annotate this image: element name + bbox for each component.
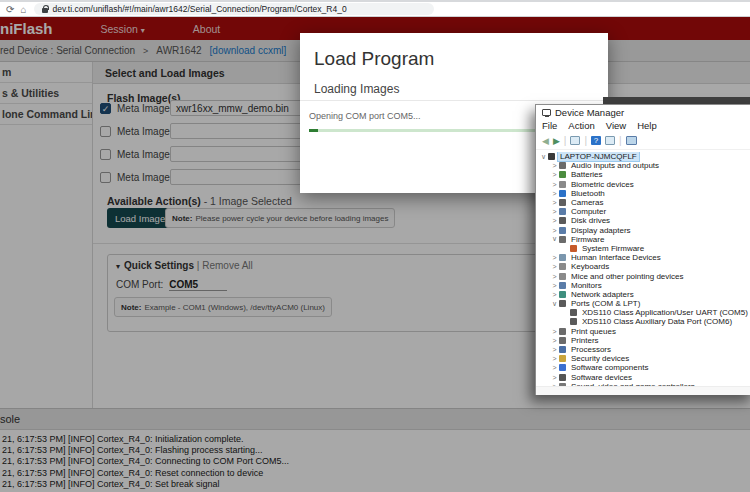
device-tree-item[interactable]: > Mice and other pointing devices bbox=[536, 271, 750, 280]
expander-icon[interactable]: > bbox=[550, 227, 559, 234]
device-tree: ∨ LAPTOP-NJMCQFLF > Audio inputs and out… bbox=[536, 152, 750, 386]
device-icon bbox=[559, 254, 566, 261]
device-tree-item[interactable]: XDS110 Class Auxiliary Data Port (COM6) bbox=[536, 317, 750, 326]
device-icon bbox=[559, 199, 566, 206]
forward-icon[interactable]: ▶ bbox=[553, 136, 560, 146]
device-tree-item[interactable]: > Keyboards bbox=[536, 262, 750, 271]
device-icon bbox=[559, 236, 566, 243]
menu-item[interactable]: Action bbox=[568, 120, 594, 131]
device-tree-item[interactable]: > Audio inputs and outputs bbox=[536, 161, 750, 170]
expander-icon[interactable]: ∨ bbox=[550, 300, 559, 308]
home-icon[interactable]: ⌂ bbox=[20, 4, 26, 15]
toolbar-separator: | bbox=[564, 135, 567, 146]
device-tree-item[interactable]: > Biometric devices bbox=[536, 180, 750, 189]
device-tree-item[interactable]: ∨ Ports (COM & LPT) bbox=[536, 299, 750, 308]
expander-icon[interactable]: > bbox=[550, 208, 559, 215]
expander-icon[interactable]: > bbox=[550, 171, 559, 178]
device-icon bbox=[559, 300, 566, 307]
help-icon[interactable]: ? bbox=[591, 136, 601, 145]
expander-icon[interactable]: > bbox=[550, 282, 559, 289]
device-icon bbox=[559, 263, 566, 270]
device-tree-item[interactable]: System Firmware bbox=[536, 244, 750, 253]
device-icon bbox=[559, 346, 566, 353]
device-icon bbox=[559, 291, 566, 298]
device-manager-window: Device Manager FileActionViewHelp ◀ ▶ | … bbox=[535, 104, 750, 395]
device-tree-item[interactable]: > Batteries bbox=[536, 170, 750, 179]
device-tree-item[interactable]: > Monitors bbox=[536, 281, 750, 290]
device-tree-item[interactable]: > Software devices bbox=[536, 373, 750, 382]
device-manager-titlebar[interactable]: Device Manager bbox=[536, 105, 750, 119]
expander-icon[interactable]: > bbox=[550, 273, 559, 280]
expander-icon[interactable]: > bbox=[550, 162, 559, 169]
device-icon bbox=[559, 162, 566, 169]
divider bbox=[300, 100, 608, 101]
device-tree-item[interactable]: > Display adapters bbox=[536, 226, 750, 235]
device-tree-item[interactable]: ∨ LAPTOP-NJMCQFLF bbox=[536, 152, 750, 161]
expander-icon[interactable]: > bbox=[550, 263, 559, 270]
device-icon bbox=[559, 374, 566, 381]
device-tree-item[interactable]: > Security devices bbox=[536, 354, 750, 363]
address-bar[interactable]: dev.ti.com/uniflash/#!/main/awr1642/Seri… bbox=[34, 3, 434, 15]
expander-icon[interactable]: > bbox=[550, 291, 559, 298]
device-tree-item[interactable]: > Cameras bbox=[536, 198, 750, 207]
expander-icon[interactable]: > bbox=[550, 355, 559, 362]
expander-icon[interactable]: > bbox=[550, 337, 559, 344]
expander-icon[interactable]: > bbox=[550, 254, 559, 261]
device-tree-item[interactable]: > Processors bbox=[536, 345, 750, 354]
device-tree-item[interactable]: ∨ Firmware bbox=[536, 235, 750, 244]
window-title: Device Manager bbox=[555, 107, 624, 118]
scan-hardware-icon[interactable] bbox=[626, 136, 637, 145]
device-icon bbox=[548, 153, 555, 160]
device-icon bbox=[559, 273, 566, 280]
menu-item[interactable]: File bbox=[542, 120, 557, 131]
device-manager-icon bbox=[542, 109, 551, 116]
device-tree-item[interactable]: > Software components bbox=[536, 363, 750, 372]
expander-icon[interactable]: ∨ bbox=[539, 153, 548, 161]
device-icon bbox=[570, 309, 577, 316]
device-icon bbox=[570, 245, 577, 252]
device-tree-item[interactable]: > Print queues bbox=[536, 327, 750, 336]
device-icon bbox=[559, 217, 566, 224]
progress-bar-fill bbox=[309, 129, 318, 132]
device-icon bbox=[559, 208, 566, 215]
menu-item[interactable]: View bbox=[606, 120, 626, 131]
expander-icon[interactable]: > bbox=[550, 328, 559, 335]
device-icon bbox=[559, 227, 566, 234]
device-tree-item[interactable]: > Network adapters bbox=[536, 290, 750, 299]
device-manager-toolbar: ◀ ▶ | | ? | bbox=[536, 132, 750, 150]
expander-icon[interactable]: > bbox=[550, 190, 559, 197]
expander-icon[interactable]: > bbox=[550, 181, 559, 188]
properties-icon[interactable] bbox=[605, 136, 615, 145]
device-icon bbox=[559, 364, 566, 371]
expander-icon[interactable]: > bbox=[550, 346, 559, 353]
device-tree-item[interactable]: > Bluetooth bbox=[536, 189, 750, 198]
dialog-title: Load Program bbox=[314, 48, 434, 70]
toolbar-separator: | bbox=[584, 135, 587, 146]
dialog-subtitle: Loading Images bbox=[314, 82, 399, 96]
expander-icon[interactable]: > bbox=[550, 217, 559, 224]
expander-icon[interactable]: > bbox=[550, 199, 559, 206]
device-tree-item[interactable]: > Computer bbox=[536, 207, 750, 216]
show-console-tree-icon[interactable] bbox=[570, 136, 580, 145]
expander-icon[interactable]: > bbox=[550, 374, 559, 381]
device-manager-menubar: FileActionViewHelp bbox=[536, 119, 750, 132]
menu-item[interactable]: Help bbox=[637, 120, 657, 131]
url-text[interactable]: dev.ti.com/uniflash/#!/main/awr1642/Seri… bbox=[52, 4, 346, 14]
device-tree-item[interactable]: > Printers bbox=[536, 336, 750, 345]
browser-toolbar: ⟳ ⌂ dev.ti.com/uniflash/#!/main/awr1642/… bbox=[0, 0, 750, 17]
device-tree-item[interactable]: > Disk drives bbox=[536, 216, 750, 225]
progress-status-text: Opening COM port COM5... bbox=[309, 111, 421, 121]
device-manager-statusbar bbox=[536, 386, 750, 395]
reload-icon[interactable]: ⟳ bbox=[6, 4, 14, 15]
device-icon bbox=[559, 282, 566, 289]
toolbar-separator: | bbox=[619, 135, 622, 146]
expander-icon[interactable]: > bbox=[550, 364, 559, 371]
device-icon bbox=[559, 190, 566, 197]
device-icon bbox=[559, 355, 566, 362]
expander-icon[interactable]: ∨ bbox=[550, 235, 559, 243]
device-icon bbox=[559, 181, 566, 188]
device-tree-item[interactable]: XDS110 Class Application/User UART (COM5… bbox=[536, 308, 750, 317]
back-icon[interactable]: ◀ bbox=[542, 136, 549, 146]
device-tree-item[interactable]: > Human Interface Devices bbox=[536, 253, 750, 262]
device-icon bbox=[559, 337, 566, 344]
